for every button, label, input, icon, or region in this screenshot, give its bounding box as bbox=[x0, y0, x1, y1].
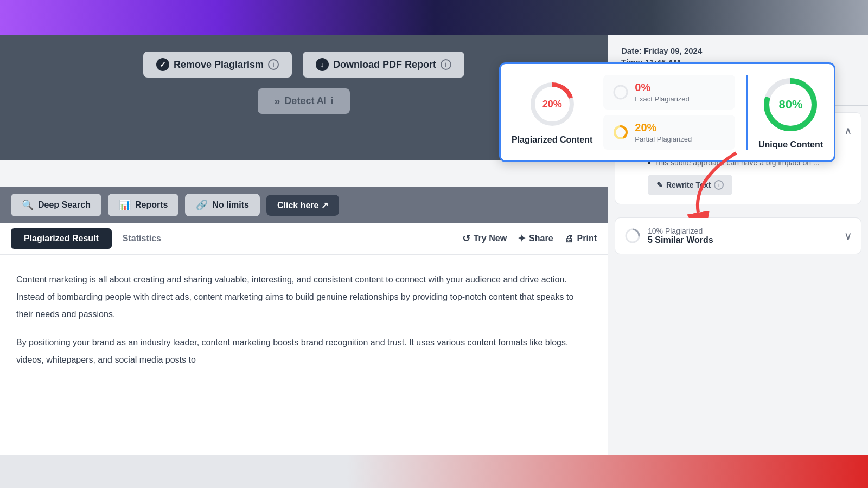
plagiarized-percent: 20% bbox=[542, 99, 562, 110]
unique-donut: 80% bbox=[761, 75, 820, 134]
download-pdf-button[interactable]: ↓ Download PDF Report i bbox=[303, 52, 464, 78]
share-button[interactable]: ✦ Share bbox=[518, 233, 553, 245]
share-icon: ✦ bbox=[518, 233, 526, 245]
detect-ai-icon: » bbox=[274, 95, 280, 107]
click-here-tab[interactable]: Click here ↗ bbox=[266, 195, 339, 216]
remove-plagiarism-button[interactable]: ✓ Remove Plagiarism i bbox=[143, 52, 292, 78]
toolbar-area: ✓ Remove Plagiarism i ↓ Download PDF Rep… bbox=[0, 35, 608, 160]
rewrite-icon: ✎ bbox=[656, 181, 663, 189]
date-label: Date: bbox=[621, 46, 642, 55]
stats-card: 20% Plagiarized Content bbox=[499, 62, 835, 162]
result-similar-words-2: 5 Similar Words bbox=[648, 235, 838, 245]
partial-plagiarized-stat: 20% Partial Plagiarized bbox=[603, 115, 735, 150]
no-limits-label: No limits bbox=[212, 200, 249, 210]
main-container: ✓ Remove Plagiarism i ↓ Download PDF Rep… bbox=[0, 35, 868, 488]
result-info-2: 10% Plagiarized 5 Similar Words bbox=[648, 227, 838, 245]
remove-plagiarism-label: Remove Plagiarism bbox=[174, 59, 264, 70]
date-display: Date: Friday 09, 2024 bbox=[621, 46, 855, 55]
sub-tabs-row: Plagiarized Result Statistics ↺ Try New … bbox=[0, 223, 608, 255]
top-gradient-bar bbox=[0, 0, 868, 35]
download-pdf-label: Download PDF Report bbox=[333, 59, 436, 70]
print-label: Print bbox=[577, 234, 597, 243]
plagiarized-result-tab[interactable]: Plagiarized Result bbox=[11, 228, 112, 249]
unique-stats: 80% Unique Content bbox=[746, 75, 823, 150]
sub-tab-actions: ↺ Try New ✦ Share 🖨 Print bbox=[462, 233, 597, 245]
checkmark-icon: ✓ bbox=[156, 58, 169, 71]
plagiarized-content-label: Plagiarized Content bbox=[512, 135, 592, 145]
search-area bbox=[0, 160, 608, 187]
search-icon: 🔍 bbox=[22, 199, 34, 211]
result-item-2: 10% Plagiarized 5 Similar Words ∨ bbox=[615, 217, 861, 254]
stats-middle: 0% Exact Plagiarized bbox=[603, 75, 735, 150]
detect-ai-label: Detect AI bbox=[284, 95, 326, 107]
unique-content-label: Unique Content bbox=[758, 140, 823, 150]
try-new-button[interactable]: ↺ Try New bbox=[462, 233, 507, 245]
exact-label: Exact Plagiarized bbox=[635, 95, 689, 103]
red-arrow-indicator bbox=[682, 147, 747, 220]
plagiarized-stats: 20% Plagiarized Content bbox=[512, 80, 592, 145]
plagiarized-donut: 20% bbox=[528, 80, 577, 129]
statistics-label: Statistics bbox=[123, 234, 161, 243]
download-pdf-icon: ↓ bbox=[316, 58, 329, 71]
unique-percent: 80% bbox=[778, 98, 802, 112]
share-label: Share bbox=[529, 234, 553, 243]
print-icon: 🖨 bbox=[564, 233, 574, 245]
result-collapse-button-1[interactable]: ∧ bbox=[844, 124, 852, 137]
remove-plagiarism-info-icon: i bbox=[268, 59, 279, 70]
try-new-label: Try New bbox=[474, 234, 507, 243]
print-button[interactable]: 🖨 Print bbox=[564, 233, 597, 245]
content-para-1: Content marketing is all about creating … bbox=[16, 271, 591, 323]
result-header-2: 10% Plagiarized 5 Similar Words ∨ bbox=[624, 227, 852, 245]
plagiarized-result-label: Plagiarized Result bbox=[24, 234, 99, 243]
reports-tab[interactable]: 📊 Reports bbox=[108, 194, 178, 216]
detect-ai-button[interactable]: » Detect AI i bbox=[258, 88, 350, 114]
result-plagiarized-label-2: 10% Plagiarized bbox=[648, 227, 838, 235]
reports-label: Reports bbox=[135, 200, 168, 210]
tabs-row: 🔍 Deep Search 📊 Reports 🔗 No limits Clic… bbox=[0, 187, 608, 223]
reports-icon: 📊 bbox=[119, 199, 131, 211]
left-panel: ✓ Remove Plagiarism i ↓ Download PDF Rep… bbox=[0, 35, 608, 488]
no-limits-icon: 🔗 bbox=[196, 199, 208, 211]
deep-search-label: Deep Search bbox=[38, 200, 91, 210]
svg-point-2 bbox=[614, 86, 627, 99]
statistics-tab[interactable]: Statistics bbox=[123, 228, 161, 249]
result-expand-button-2[interactable]: ∨ bbox=[844, 229, 852, 242]
date-value: Friday 09, 2024 bbox=[644, 46, 703, 55]
content-para-2: By positioning your brand as an industry… bbox=[16, 334, 591, 369]
exact-percent: 0% bbox=[635, 81, 689, 94]
deep-search-tab[interactable]: 🔍 Deep Search bbox=[11, 194, 101, 216]
download-pdf-info-icon: i bbox=[441, 59, 451, 70]
no-limits-tab[interactable]: 🔗 No limits bbox=[185, 194, 260, 216]
click-here-label: Click here ↗ bbox=[277, 200, 328, 210]
content-area: Content marketing is all about creating … bbox=[0, 255, 608, 488]
content-text: Content marketing is all about creating … bbox=[16, 271, 591, 369]
toolbar-row: ✓ Remove Plagiarism i ↓ Download PDF Rep… bbox=[143, 52, 464, 78]
detect-ai-info-icon: i bbox=[331, 95, 334, 107]
result-spinner-2 bbox=[624, 227, 641, 245]
bottom-gradient bbox=[0, 455, 868, 488]
try-new-icon: ↺ bbox=[462, 233, 470, 245]
partial-label: Partial Plagiarized bbox=[635, 135, 692, 143]
exact-plagiarized-stat: 0% Exact Plagiarized bbox=[603, 75, 735, 110]
partial-percent: 20% bbox=[635, 121, 692, 134]
